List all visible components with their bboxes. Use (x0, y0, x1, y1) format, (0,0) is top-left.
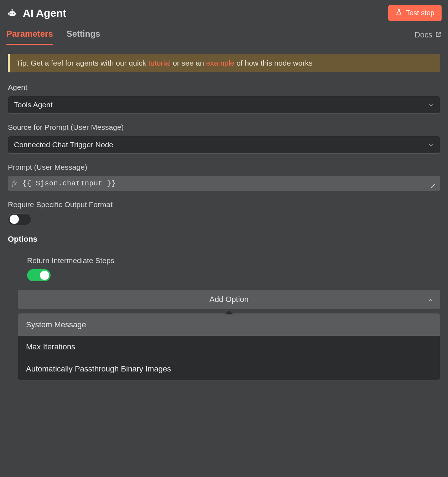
field-return-intermediate: Return Intermediate Steps (27, 256, 440, 281)
docs-link[interactable]: Docs (415, 30, 442, 40)
header-left: AI Agent (6, 7, 66, 19)
add-option-row: Add Option (18, 290, 440, 309)
external-link-icon (435, 30, 442, 40)
add-option-label: Add Option (209, 295, 249, 304)
header: AI Agent Test step (0, 0, 448, 25)
svg-point-1 (10, 12, 11, 14)
svg-rect-6 (15, 12, 16, 14)
option-system-message[interactable]: System Message (18, 314, 440, 336)
test-step-button[interactable]: Test step (388, 5, 442, 21)
test-step-label: Test step (406, 9, 434, 17)
options-heading: Options (8, 235, 440, 244)
prompt-label: Prompt (User Message) (8, 163, 440, 171)
agent-value: Tools Agent (14, 101, 53, 109)
option-auto-passthrough[interactable]: Automatically Passthrough Binary Images (18, 358, 440, 380)
dropdown-arrow-icon (225, 310, 233, 314)
example-link[interactable]: example (206, 59, 234, 67)
dropdown-list: System Message Max Iterations Automatica… (18, 313, 440, 380)
chevron-down-icon (428, 102, 434, 108)
source-prompt-label: Source for Prompt (User Message) (8, 123, 440, 132)
add-option-dropdown: System Message Max Iterations Automatica… (18, 313, 440, 380)
svg-rect-0 (10, 11, 15, 16)
require-format-label: Require Specific Output Format (8, 200, 440, 209)
tab-settings[interactable]: Settings (67, 25, 100, 45)
field-source-prompt: Source for Prompt (User Message) Connect… (8, 123, 440, 154)
tutorial-link[interactable]: tutorial (148, 59, 171, 67)
robot-icon (6, 7, 18, 19)
field-require-format: Require Specific Output Format (8, 200, 440, 225)
svg-point-4 (11, 9, 12, 10)
flask-icon (395, 9, 402, 17)
add-option-button[interactable]: Add Option (18, 290, 440, 309)
expand-icon[interactable] (429, 183, 437, 190)
source-prompt-select[interactable]: Connected Chat Trigger Node (8, 136, 440, 154)
return-intermediate-toggle[interactable] (27, 269, 51, 281)
fx-icon: fx (12, 180, 17, 187)
agent-label: Agent (8, 83, 440, 92)
toggle-knob (40, 271, 49, 280)
svg-point-2 (13, 12, 14, 14)
source-prompt-value: Connected Chat Trigger Node (14, 140, 113, 149)
docs-label: Docs (415, 30, 432, 40)
field-prompt: Prompt (User Message) fx {{ $json.chatIn… (8, 163, 440, 191)
chevron-up-icon (427, 296, 434, 303)
tip-text-2: or see an (171, 59, 206, 67)
toggle-knob (10, 215, 19, 224)
tabs: Parameters Settings (6, 25, 100, 45)
page-title: AI Agent (23, 7, 66, 19)
tab-parameters[interactable]: Parameters (6, 25, 53, 45)
return-intermediate-label: Return Intermediate Steps (27, 256, 440, 265)
tip-text-3: of how this node works (234, 59, 312, 67)
divider (8, 247, 440, 247)
require-format-toggle[interactable] (8, 213, 31, 225)
svg-rect-5 (8, 12, 9, 14)
tip-text-1: Tip: Get a feel for agents with our quic… (16, 59, 148, 67)
tabs-row: Parameters Settings Docs (0, 25, 448, 45)
tip-banner: Tip: Get a feel for agents with our quic… (8, 54, 440, 72)
prompt-value: {{ $json.chatInput }} (22, 179, 116, 188)
content: Tip: Get a feel for agents with our quic… (0, 45, 448, 389)
prompt-expression-input[interactable]: fx {{ $json.chatInput }} (8, 176, 440, 191)
agent-select[interactable]: Tools Agent (8, 96, 440, 114)
field-agent: Agent Tools Agent (8, 83, 440, 114)
chevron-down-icon (428, 142, 434, 148)
option-max-iterations[interactable]: Max Iterations (18, 336, 440, 358)
